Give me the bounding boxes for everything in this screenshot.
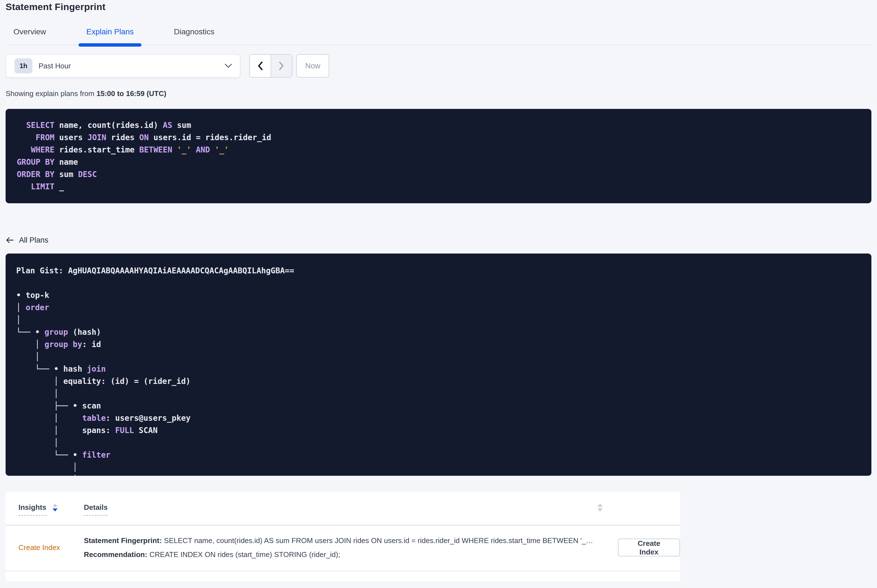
sql-statement-block: SELECT name, count(rides.id) AS sum FROM… <box>6 109 871 203</box>
recommendation-line: Recommendation:CREATE INDEX ON rides (st… <box>84 549 594 560</box>
time-controls: 1h Past Hour Now <box>6 54 871 78</box>
sort-down-triangle-icon <box>597 508 603 512</box>
showing-prefix: Showing explain plans from <box>6 89 96 98</box>
chevron-left-icon <box>257 62 263 70</box>
now-button[interactable]: Now <box>296 54 329 78</box>
page-title: Statement Fingerprint <box>6 1 871 12</box>
insights-table: Insights Details Create Index <box>6 492 680 581</box>
prev-time-button[interactable] <box>250 55 271 77</box>
sort-icon[interactable] <box>597 504 603 516</box>
table-row: Create Index Statement Fingerprint:SELEC… <box>6 525 680 571</box>
tab-diagnostics[interactable]: Diagnostics <box>166 24 222 45</box>
all-plans-label: All Plans <box>19 236 48 244</box>
chevron-right-icon <box>279 62 284 70</box>
create-index-link[interactable]: Create Index <box>18 543 60 552</box>
recommendation-label: Recommendation: <box>84 550 147 559</box>
statement-fingerprint-page: Statement Fingerprint Overview Explain P… <box>0 0 877 581</box>
insights-column-label[interactable]: Insights <box>18 503 47 516</box>
insight-cell: Create Index <box>6 543 84 552</box>
statement-fingerprint-line: Statement Fingerprint:SELECT name, count… <box>84 536 594 546</box>
all-plans-link[interactable]: All Plans <box>6 232 48 248</box>
time-range-badge: 1h <box>15 58 32 74</box>
insights-table-header: Insights Details <box>6 492 680 525</box>
time-range-dropdown[interactable]: 1h Past Hour <box>6 54 240 78</box>
detail-lines: Statement Fingerprint:SELECT name, count… <box>84 536 603 560</box>
time-pager <box>249 54 292 78</box>
statement-fingerprint-text: SELECT name, count(rides.id) AS sum FROM… <box>164 536 594 545</box>
insights-header-cell: Insights <box>6 503 84 516</box>
recommendation-text: CREATE INDEX ON rides (start_time) STORI… <box>149 550 340 559</box>
next-time-button[interactable] <box>271 55 292 77</box>
statement-fingerprint-label: Statement Fingerprint: <box>84 536 162 545</box>
arrow-left-icon <box>6 237 14 244</box>
details-column-label[interactable]: Details <box>84 503 108 516</box>
details-cell: Statement Fingerprint:SELECT name, count… <box>84 536 609 560</box>
sort-icon[interactable] <box>53 504 57 512</box>
tab-explain-plans[interactable]: Explain Plans <box>78 24 142 45</box>
sort-up-triangle-icon <box>597 504 603 507</box>
details-header-cell: Details <box>84 503 609 516</box>
chevron-down-icon <box>225 64 232 68</box>
time-range-label: Past Hour <box>39 62 225 70</box>
showing-range-text: Showing explain plans from 15:00 to 16:5… <box>6 89 871 98</box>
plan-gist-block: Plan Gist: AgHUAQIABQAAAAHYAQIAiAEAAAADC… <box>6 254 871 476</box>
sort-up-triangle-icon <box>53 504 57 507</box>
tab-overview[interactable]: Overview <box>6 24 54 45</box>
tab-bar: Overview Explain Plans Diagnostics <box>6 24 871 45</box>
action-cell: Create Index <box>609 538 680 556</box>
showing-range-bold: 15:00 to 16:59 (UTC) <box>96 89 166 98</box>
create-index-button[interactable]: Create Index <box>618 538 680 556</box>
sort-down-triangle-icon <box>53 508 57 512</box>
